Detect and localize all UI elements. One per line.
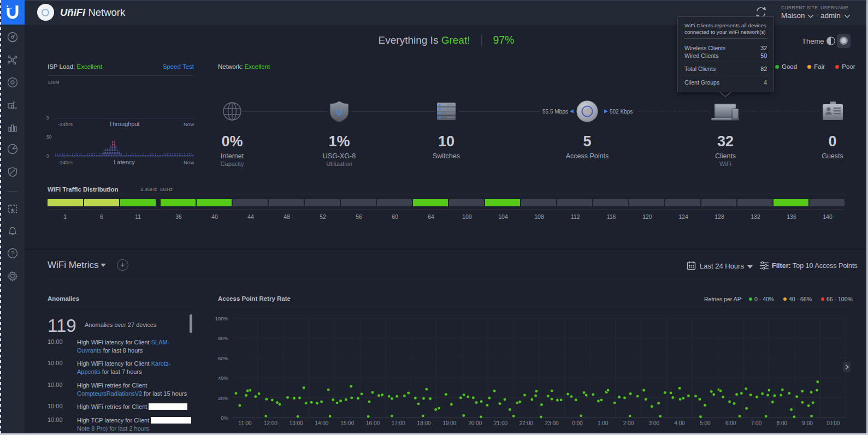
svg-text:U: U (336, 108, 342, 117)
